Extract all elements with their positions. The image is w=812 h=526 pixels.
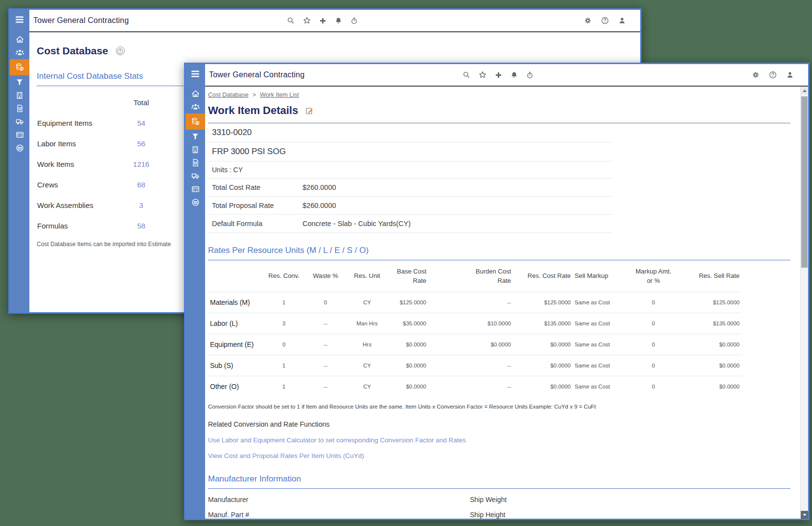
titlebar: Tower General Contracting bbox=[29, 10, 640, 32]
item-units: Units : CY bbox=[208, 161, 612, 179]
sidebar-item-messages[interactable] bbox=[10, 141, 29, 155]
sidebar-item-home[interactable] bbox=[10, 33, 29, 46]
settings-gear-icon[interactable] bbox=[751, 70, 760, 79]
sidebar-item-users[interactable] bbox=[10, 46, 29, 59]
favorite-star-icon[interactable] bbox=[302, 16, 311, 25]
mail-globe-icon bbox=[15, 143, 24, 153]
sidebar-item-company[interactable] bbox=[186, 143, 205, 156]
sidebar-item-purchasing[interactable] bbox=[186, 156, 205, 169]
field-ship-height: Ship Height bbox=[470, 507, 790, 519]
menu-icon[interactable] bbox=[14, 14, 25, 25]
sidebar-item-company[interactable] bbox=[10, 89, 29, 102]
sidebar-item-messages[interactable] bbox=[186, 196, 205, 209]
building-icon bbox=[15, 91, 24, 100]
sidebar-item-cost-database[interactable] bbox=[186, 114, 205, 130]
table-row: Formulas58 bbox=[37, 215, 165, 236]
sidebar-item-users[interactable] bbox=[186, 100, 205, 114]
item-code: 3310-0020 bbox=[208, 123, 612, 142]
scroll-down-button[interactable] bbox=[801, 511, 808, 519]
cost-database-icon bbox=[15, 63, 24, 72]
notifications-bell-icon[interactable] bbox=[510, 71, 518, 79]
purchase-order-icon bbox=[191, 158, 200, 167]
sidebar-item-subscription[interactable] bbox=[10, 128, 29, 141]
add-icon[interactable] bbox=[319, 17, 327, 25]
section-title-manufacturer: Manufacturer Information bbox=[208, 474, 790, 489]
help-icon[interactable] bbox=[768, 70, 777, 79]
page-title: Cost Database bbox=[37, 45, 108, 57]
stats-table: Total Equipment Items54 Labor Items56 Wo… bbox=[37, 92, 165, 236]
menu-icon[interactable] bbox=[190, 69, 201, 79]
add-icon[interactable] bbox=[494, 71, 503, 79]
manufacturer-fields: Manufacturer Ship Weight Manuf. Part # S… bbox=[208, 492, 790, 519]
breadcrumb: Cost Database > Work Item List bbox=[208, 91, 790, 98]
breadcrumb-work-item-list[interactable]: Work Item List bbox=[260, 91, 299, 98]
timer-icon[interactable] bbox=[526, 71, 534, 79]
table-row: Work Items1216 bbox=[37, 154, 165, 174]
conversion-note: Conversion Factor should be set to 1 if … bbox=[208, 404, 790, 410]
truck-icon bbox=[191, 171, 200, 181]
table-row: Equipment Items54 bbox=[37, 113, 165, 133]
field-manuf-part: Manuf. Part # bbox=[208, 507, 470, 519]
sidebar-item-cost-database[interactable] bbox=[10, 59, 29, 75]
window-work-item-details: Tower General Contracting Cost Database bbox=[184, 63, 810, 520]
section-title-rates: Rates Per Resource Units (M / L / E / S … bbox=[208, 246, 790, 260]
field-manufacturer: Manufacturer bbox=[208, 492, 470, 507]
scroll-up-button[interactable] bbox=[801, 87, 808, 94]
page-title: Work Item Details bbox=[208, 104, 298, 117]
sidebar-item-home[interactable] bbox=[186, 87, 205, 100]
app-title: Tower General Contracting bbox=[209, 70, 304, 79]
sidebar-item-purchasing[interactable] bbox=[10, 102, 29, 115]
filter-icon bbox=[15, 78, 24, 87]
cost-database-icon bbox=[191, 117, 200, 126]
breadcrumb-separator: > bbox=[253, 91, 256, 98]
vertical-scrollbar[interactable] bbox=[800, 87, 808, 519]
rates-table: Res. Conv. Waste % Res. Unit Base Cost R… bbox=[208, 261, 742, 397]
help-icon[interactable] bbox=[601, 16, 609, 25]
user-account-icon[interactable] bbox=[618, 16, 626, 25]
link-labor-equipment-calculator[interactable]: Use Labor and Equipment Calculator to se… bbox=[208, 436, 466, 444]
home-icon bbox=[191, 89, 200, 98]
search-icon[interactable] bbox=[462, 70, 471, 79]
settings-gear-icon[interactable] bbox=[583, 16, 592, 25]
rates-header-row: Res. Conv. Waste % Res. Unit Base Cost R… bbox=[208, 261, 742, 292]
app-title: Tower General Contracting bbox=[33, 16, 129, 25]
arrow-up-icon bbox=[803, 90, 807, 92]
search-icon[interactable] bbox=[286, 16, 295, 25]
table-row-sub: Sub (S) 1 -- CY $0.0000 -- $0.0000 Same … bbox=[208, 355, 742, 376]
sidebar-item-filter[interactable] bbox=[10, 75, 29, 89]
field-total-cost-rate: Total Cost Rate$260.0000 bbox=[208, 179, 612, 197]
field-total-proposal-rate: Total Proposal Rate$260.0000 bbox=[208, 197, 612, 215]
sidebar-item-filter[interactable] bbox=[186, 130, 205, 143]
scrollbar-thumb[interactable] bbox=[801, 96, 808, 268]
item-description: FRP 3000 PSI SOG bbox=[208, 142, 612, 161]
field-default-formula: Default FormulaConcrete - Slab - Cubic Y… bbox=[208, 215, 612, 233]
stats-col-header: Total bbox=[117, 92, 165, 113]
timer-icon[interactable] bbox=[350, 17, 358, 25]
nav-sidebar bbox=[10, 10, 29, 312]
home-icon bbox=[15, 35, 24, 44]
breadcrumb-cost-database[interactable]: Cost Database bbox=[208, 91, 249, 98]
edit-icon[interactable] bbox=[305, 106, 314, 115]
users-icon bbox=[15, 48, 24, 57]
id-card-icon bbox=[191, 184, 200, 194]
purchase-order-icon bbox=[15, 104, 24, 113]
desktop: Tower General Contracting Cost Database bbox=[0, 0, 812, 526]
table-row-equipment: Equipment (E) 0 -- Hrs $0.0000 $0.0000 $… bbox=[208, 334, 742, 355]
titlebar: Tower General Contracting bbox=[205, 64, 808, 87]
favorite-star-icon[interactable] bbox=[478, 70, 487, 79]
filter-icon bbox=[191, 132, 200, 141]
table-row: Crews68 bbox=[37, 174, 165, 195]
section-title-stats: Internal Cost Database Stats bbox=[37, 71, 184, 86]
truck-icon bbox=[15, 117, 24, 126]
table-row: Work Assemblies3 bbox=[37, 195, 165, 215]
notifications-bell-icon[interactable] bbox=[334, 17, 343, 25]
user-account-icon[interactable] bbox=[786, 70, 794, 79]
link-view-cost-proposal-rates[interactable]: View Cost and Proposal Rates Per Item Un… bbox=[208, 452, 364, 459]
sidebar-item-subscription[interactable] bbox=[186, 183, 205, 196]
sidebar-item-equipment[interactable] bbox=[186, 169, 205, 183]
mail-globe-icon bbox=[191, 198, 200, 207]
page-help-icon[interactable] bbox=[116, 46, 125, 55]
table-row-labor: Labor (L) 3 -- Man Hrs $35.0000 $10.0000… bbox=[208, 313, 742, 334]
nav-sidebar bbox=[186, 64, 205, 519]
sidebar-item-equipment[interactable] bbox=[10, 115, 29, 128]
